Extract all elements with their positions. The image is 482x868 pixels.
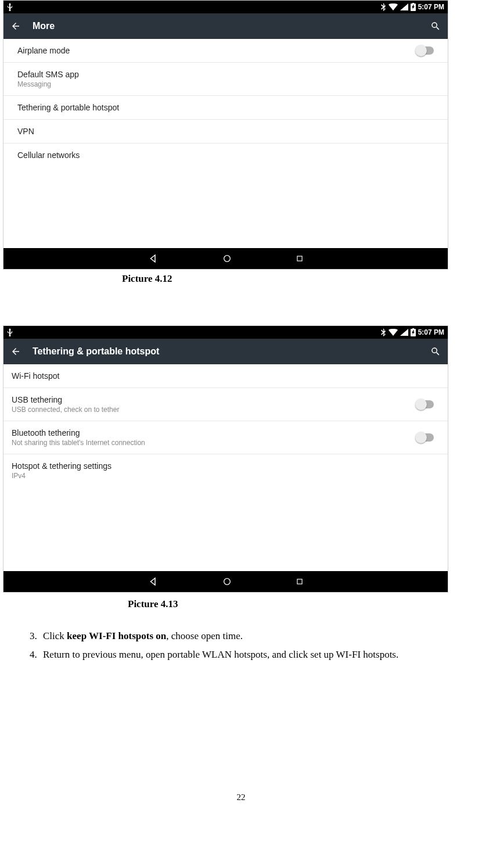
svg-rect-3 [297,579,301,584]
search-icon[interactable] [430,346,441,357]
instruction-item-4: Return to previous menu, open portable W… [39,646,482,663]
svg-point-0 [224,256,230,262]
row-title: Wi-Fi hotspot [12,371,434,381]
row-subtitle: USB connected, check on to tether [12,406,409,414]
toggle-bluetooth-tethering[interactable] [416,433,434,442]
status-bar: 5:07 PM [3,326,448,339]
row-title: Bluetooth tethering [12,428,409,437]
usb-icon [7,3,13,11]
nav-recent-icon[interactable] [296,578,304,586]
toggle-usb-tethering[interactable] [416,400,434,408]
row-subtitle: IPv4 [12,472,434,480]
search-icon[interactable] [430,21,441,31]
status-bar: 5:07 PM [3,1,448,13]
appbar-title: Tethering & portable hotspot [33,346,419,357]
text: , choose open time. [166,630,243,641]
row-usb-tethering[interactable]: USB tethering USB connected, check on to… [3,388,448,421]
screenshot-tethering: 5:07 PM Tethering & portable hotspot Wi-… [3,325,448,593]
android-nav-bar [3,248,448,269]
caption-1: Picture 4.12 [0,270,482,296]
row-title: Hotspot & tethering settings [12,461,434,471]
svg-rect-1 [297,256,301,261]
row-title: VPN [17,127,434,136]
row-subtitle: Not sharing this tablet's Internet conne… [12,439,409,447]
instruction-item-3: Click keep WI-FI hotspots on, choose ope… [39,627,482,645]
svg-point-2 [224,579,230,585]
usb-icon [7,328,13,336]
row-cellular[interactable]: Cellular networks [3,144,448,167]
screenshot-more-settings: 5:07 PM More Airplane mode Default SMS a… [3,0,448,270]
back-arrow-icon[interactable] [10,346,21,357]
wifi-icon [389,329,398,336]
row-tethering[interactable]: Tethering & portable hotspot [3,96,448,120]
back-arrow-icon[interactable] [10,21,21,31]
row-airplane-mode[interactable]: Airplane mode [3,39,448,63]
nav-home-icon[interactable] [222,577,232,586]
settings-list: Wi-Fi hotspot USB tethering USB connecte… [3,364,448,487]
app-bar: More [3,13,448,39]
nav-recent-icon[interactable] [296,254,304,263]
status-time: 5:07 PM [418,3,444,11]
row-subtitle: Messaging [17,80,434,88]
bluetooth-icon [380,328,386,336]
row-title: Default SMS app [17,70,434,79]
caption-2: Picture 4.13 [0,593,482,627]
row-hotspot-settings[interactable]: Hotspot & tethering settings IPv4 [3,454,448,487]
wifi-icon [389,3,398,10]
settings-list: Airplane mode Default SMS app Messaging … [3,39,448,167]
nav-back-icon[interactable] [148,253,159,264]
row-title: Airplane mode [17,46,409,55]
row-default-sms[interactable]: Default SMS app Messaging [3,63,448,96]
page-number: 22 [0,665,482,813]
toggle-airplane[interactable] [416,46,434,55]
status-time: 5:07 PM [418,328,444,336]
row-title: USB tethering [12,395,409,404]
text: Click [43,630,67,641]
appbar-title: More [33,21,419,31]
signal-icon [400,3,408,10]
battery-icon [411,328,416,336]
blank-area [3,487,448,571]
row-title: Tethering & portable hotspot [17,103,434,112]
nav-back-icon[interactable] [148,576,159,587]
row-wifi-hotspot[interactable]: Wi-Fi hotspot [3,364,448,388]
instruction-list: Click keep WI-FI hotspots on, choose ope… [0,627,482,663]
blank-area [3,167,448,248]
row-vpn[interactable]: VPN [3,120,448,144]
signal-icon [400,329,408,336]
nav-home-icon[interactable] [222,254,232,263]
row-title: Cellular networks [17,150,434,160]
row-bluetooth-tethering[interactable]: Bluetooth tethering Not sharing this tab… [3,421,448,454]
android-nav-bar [3,571,448,592]
text-bold: keep WI-FI hotspots on [67,630,166,641]
bluetooth-icon [380,3,386,11]
battery-icon [411,3,416,11]
app-bar: Tethering & portable hotspot [3,339,448,364]
